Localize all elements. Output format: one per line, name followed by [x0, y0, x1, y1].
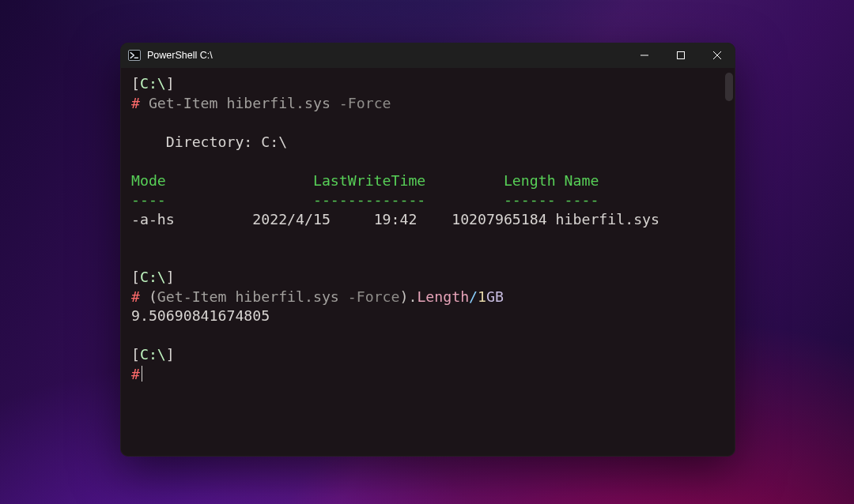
literal-unit: GB [486, 288, 504, 305]
cell-length: 10207965184 [452, 211, 546, 228]
prompt-cwd: C:\ [140, 269, 166, 285]
operator-divide: / [469, 288, 478, 305]
output-value: 9.50690841674805 [131, 307, 270, 324]
directory-label: Directory: [166, 134, 253, 150]
paren-open: ( [149, 288, 157, 305]
directory-value: C:\ [261, 134, 287, 150]
command-line: # (Get-Item hiberfil.sys -Force).Length/… [131, 288, 504, 305]
svg-rect-3 [678, 52, 685, 59]
prompt-symbol: # [131, 366, 140, 382]
cmdlet-arg: hiberfil.sys [235, 288, 338, 305]
literal-number: 1 [478, 288, 486, 305]
terminal-viewport[interactable]: [C:\] # Get-Item hiberfil.sys -Force Dir… [120, 68, 735, 457]
cell-date: 2022/4/15 [252, 211, 331, 228]
prompt-cwd: C:\ [140, 75, 166, 92]
cmdlet-name: Get-Item [149, 95, 218, 111]
col-length: Length [504, 172, 556, 189]
cell-mode: -a-hs [131, 211, 175, 228]
ul-mode: ---- [131, 191, 166, 208]
minimize-button[interactable] [626, 43, 663, 68]
table-header-row: Mode LastWriteTime Length Name [131, 172, 599, 189]
close-button[interactable] [699, 43, 735, 68]
cell-name: hiberfil.sys [556, 211, 659, 228]
command-line: # Get-Item hiberfil.sys -Force [131, 95, 391, 111]
col-lastwritetime: LastWriteTime [313, 172, 425, 189]
directory-header: Directory: C:\ [131, 134, 287, 150]
ul-name: ---- [565, 191, 599, 208]
cell-time: 19:42 [374, 211, 418, 228]
bracket-close: ] [166, 346, 175, 363]
paren-close: ) [399, 288, 408, 305]
bracket-open: [ [131, 75, 140, 92]
property-name: Length [417, 288, 469, 305]
prompt-line: [C:\] [131, 269, 175, 285]
col-mode: Mode [131, 172, 166, 189]
table-underline-row: ---- ------------- ------ ---- [131, 191, 599, 208]
table-row: -a-hs 2022/4/15 19:42 10207965184 hiberf… [131, 211, 659, 228]
window-controls [626, 43, 735, 68]
ul-lastwritetime: ------------- [313, 191, 425, 208]
col-name: Name [565, 172, 599, 189]
text-cursor [142, 366, 142, 382]
cmdlet-flag: -Force [348, 288, 400, 305]
maximize-button[interactable] [663, 43, 699, 68]
window-title: PowerShell C:\ [147, 50, 213, 61]
scrollbar-thumb[interactable] [725, 73, 733, 101]
prompt-cwd: C:\ [140, 346, 166, 363]
terminal-window: PowerShell C:\ [C:\] # Get-Item hiberfil… [120, 43, 735, 457]
command-line-active[interactable]: # [131, 366, 142, 382]
powershell-icon [128, 49, 141, 62]
cmdlet-name: Get-Item [157, 288, 227, 305]
prompt-line: [C:\] [131, 346, 175, 363]
prompt-symbol: # [131, 288, 140, 305]
bracket-close: ] [166, 269, 175, 285]
bracket-open: [ [131, 346, 140, 363]
cmdlet-flag: -Force [339, 95, 391, 111]
prompt-symbol: # [131, 95, 140, 111]
dot: . [408, 288, 417, 305]
prompt-line: [C:\] [131, 75, 175, 92]
window-titlebar[interactable]: PowerShell C:\ [120, 43, 735, 68]
ul-length: ------ [504, 191, 556, 208]
cmdlet-arg: hiberfil.sys [226, 95, 330, 111]
bracket-open: [ [131, 269, 140, 285]
bracket-close: ] [166, 75, 175, 92]
